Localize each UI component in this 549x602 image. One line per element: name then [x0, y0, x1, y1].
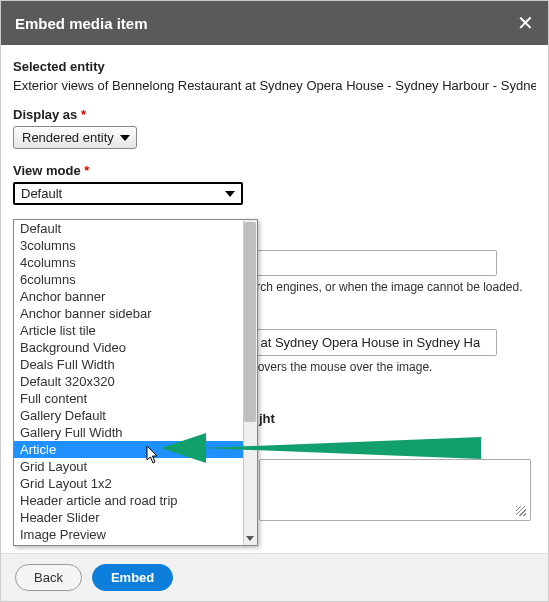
view-mode-option[interactable]: 4columns [14, 254, 257, 271]
annotation-arrow [161, 433, 481, 457]
view-mode-option[interactable]: Gallery Default [14, 407, 257, 424]
chevron-down-icon [120, 135, 130, 141]
view-mode-option[interactable]: 6columns [14, 271, 257, 288]
view-mode-option[interactable]: Grid Layout 1x2 [14, 475, 257, 492]
display-as-label: Display as * [13, 107, 536, 122]
view-mode-option[interactable]: Anchor banner sidebar [14, 305, 257, 322]
view-mode-option[interactable]: 3columns [14, 237, 257, 254]
dialog-header: Embed media item ✕ [1, 1, 548, 45]
view-mode-option[interactable]: Background Video [14, 339, 257, 356]
textarea-field[interactable] [259, 459, 531, 521]
view-mode-dropdown[interactable]: Default3columns4columns6columnsAnchor ba… [13, 219, 258, 546]
dropdown-scrollbar[interactable] [243, 220, 257, 545]
close-icon[interactable]: ✕ [517, 13, 534, 33]
dialog-footer: Back Embed [1, 553, 548, 601]
back-button[interactable]: Back [15, 564, 82, 591]
view-mode-option[interactable]: Default 320x320 [14, 373, 257, 390]
display-as-select[interactable]: Rendered entity [13, 126, 137, 149]
view-mode-option[interactable]: Image Preview [14, 526, 257, 543]
view-mode-option[interactable]: Deals Full Width [14, 356, 257, 373]
view-mode-label: View mode * [13, 163, 536, 178]
selected-entity-value: Exterior views of Bennelong Restaurant a… [13, 78, 536, 93]
title-attr-input[interactable]: nt at Sydney Opera House in Sydney Ha [237, 329, 497, 356]
view-mode-option[interactable]: Default [14, 220, 257, 237]
embed-button[interactable]: Embed [92, 564, 173, 591]
cursor-icon [146, 445, 160, 465]
label-fragment: jht [259, 411, 275, 426]
chevron-down-icon [225, 191, 235, 197]
view-mode-select[interactable]: Default [13, 182, 243, 205]
alt-text-input[interactable] [237, 250, 497, 276]
selected-entity-label: Selected entity [13, 59, 536, 74]
alt-help-text: search engines, or when the image cannot… [237, 280, 523, 294]
view-mode-option[interactable]: Header Slider [14, 509, 257, 526]
view-mode-option[interactable]: Header article and road trip [14, 492, 257, 509]
title-help-text: er hovers the mouse over the image. [237, 360, 497, 374]
resize-handle-icon[interactable] [516, 506, 526, 516]
dialog-title: Embed media item [15, 15, 148, 32]
view-mode-option[interactable]: Full content [14, 390, 257, 407]
view-mode-option[interactable]: Landing Page Widget [14, 543, 257, 545]
view-mode-option[interactable]: Article list tile [14, 322, 257, 339]
view-mode-option[interactable]: Anchor banner [14, 288, 257, 305]
